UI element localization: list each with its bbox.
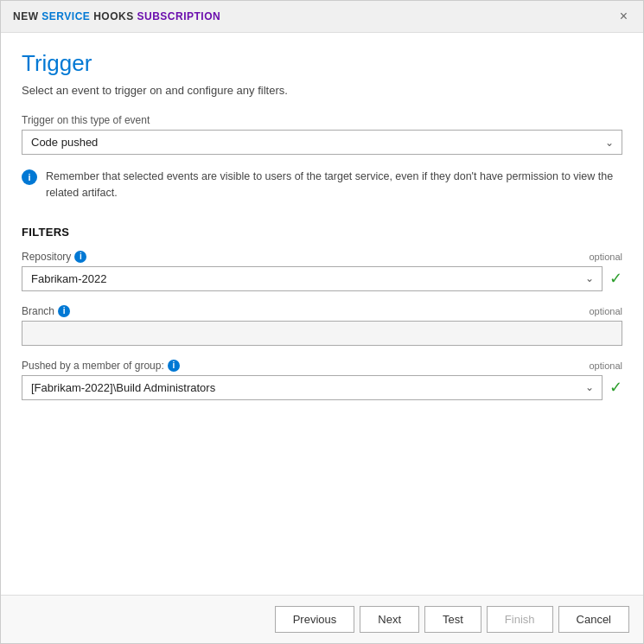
info-icon: i bbox=[22, 169, 37, 185]
next-button[interactable]: Next bbox=[360, 606, 419, 633]
filters-heading: FILTERS bbox=[22, 226, 622, 239]
branch-label-left: Branch i bbox=[22, 305, 70, 317]
title-part-hooks: HOOKS bbox=[90, 10, 137, 22]
repository-filter-group: Repository i optional Fabrikam-2022 ⌄ ✓ bbox=[22, 251, 622, 291]
trigger-label: Trigger on this type of event bbox=[22, 114, 622, 126]
pushed-by-label-text: Pushed by a member of group: bbox=[22, 360, 164, 372]
pushed-by-checkmark-icon: ✓ bbox=[609, 378, 622, 397]
pushed-by-info-icon[interactable]: i bbox=[168, 360, 180, 372]
finish-button[interactable]: Finish bbox=[487, 606, 553, 633]
title-part-new: NEW bbox=[13, 10, 41, 22]
pushed-by-dropdown-container: [Fabrikam-2022]\Build Administrators ⌄ bbox=[22, 375, 603, 400]
dialog-footer: Previous Next Test Finish Cancel bbox=[1, 595, 643, 643]
repository-label-row: Repository i optional bbox=[22, 251, 622, 263]
trigger-section: Trigger on this type of event Code pushe… bbox=[22, 114, 622, 155]
repository-info-icon[interactable]: i bbox=[74, 251, 86, 263]
pushed-by-optional: optional bbox=[589, 360, 622, 371]
branch-optional: optional bbox=[589, 306, 622, 316]
branch-input-wrap bbox=[22, 321, 622, 346]
repository-optional: optional bbox=[589, 252, 622, 262]
repository-label-text: Repository bbox=[22, 251, 71, 263]
branch-label-row: Branch i optional bbox=[22, 305, 622, 317]
branch-info-icon[interactable]: i bbox=[58, 305, 70, 317]
pushed-by-dropdown[interactable]: [Fabrikam-2022]\Build Administrators bbox=[22, 375, 603, 400]
repository-dropdown[interactable]: Fabrikam-2022 bbox=[22, 266, 603, 291]
page-subtitle: Select an event to trigger on and config… bbox=[22, 84, 622, 97]
pushed-by-filter-group: Pushed by a member of group: i optional … bbox=[22, 360, 622, 400]
pushed-by-dropdown-wrap: [Fabrikam-2022]\Build Administrators ⌄ ✓ bbox=[22, 375, 622, 400]
previous-button[interactable]: Previous bbox=[275, 606, 355, 633]
filters-section: FILTERS Repository i optional Fabrikam-2… bbox=[22, 226, 622, 400]
dialog-title: NEW SERVICE HOOKS SUBSCRIPTION bbox=[13, 10, 220, 22]
repository-label-left: Repository i bbox=[22, 251, 86, 263]
close-button[interactable]: × bbox=[616, 8, 631, 25]
pushed-by-label-left: Pushed by a member of group: i bbox=[22, 360, 180, 372]
title-part-service: SERVICE bbox=[41, 10, 90, 22]
page-title: Trigger bbox=[22, 50, 622, 77]
branch-label-text: Branch bbox=[22, 305, 54, 317]
pushed-by-label-row: Pushed by a member of group: i optional bbox=[22, 360, 622, 372]
dialog: NEW SERVICE HOOKS SUBSCRIPTION × Trigger… bbox=[0, 0, 644, 644]
test-button[interactable]: Test bbox=[424, 606, 481, 633]
info-box: i Remember that selected events are visi… bbox=[22, 162, 622, 208]
event-type-dropdown[interactable]: Code pushed bbox=[22, 130, 622, 155]
repository-checkmark-icon: ✓ bbox=[609, 269, 622, 288]
info-message: Remember that selected events are visibl… bbox=[46, 169, 622, 201]
branch-filter-group: Branch i optional bbox=[22, 305, 622, 346]
dialog-header: NEW SERVICE HOOKS SUBSCRIPTION × bbox=[1, 1, 643, 33]
cancel-button[interactable]: Cancel bbox=[558, 606, 629, 633]
event-type-dropdown-container: Code pushed ⌄ bbox=[22, 130, 622, 155]
repository-dropdown-container: Fabrikam-2022 ⌄ bbox=[22, 266, 603, 291]
dialog-body: Trigger Select an event to trigger on an… bbox=[1, 33, 643, 595]
repository-dropdown-wrap: Fabrikam-2022 ⌄ ✓ bbox=[22, 266, 622, 291]
title-part-sub: SUBSCRIPTION bbox=[137, 10, 220, 22]
branch-input[interactable] bbox=[22, 321, 622, 346]
